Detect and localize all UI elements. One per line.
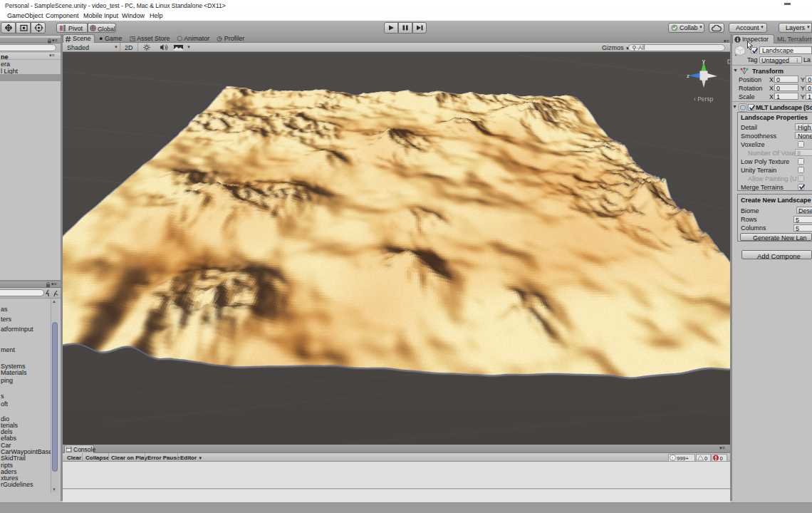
svg-text:0: 0 — [704, 455, 707, 462]
svg-text:999+: 999+ — [677, 455, 689, 462]
svg-text:!: ! — [672, 456, 673, 461]
svg-text:0: 0 — [720, 455, 723, 462]
